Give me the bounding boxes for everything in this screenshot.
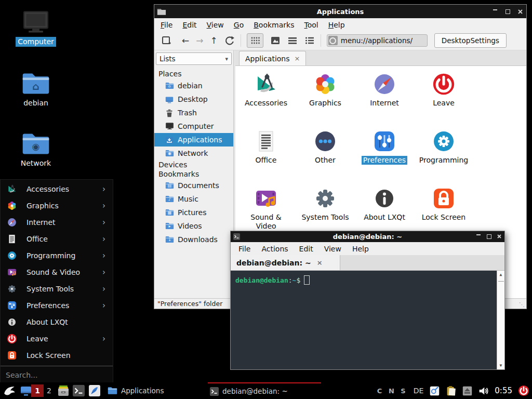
- menu-edit[interactable]: Edit: [182, 21, 196, 29]
- menu-item-office[interactable]: Office ›: [1, 231, 113, 247]
- volume-button[interactable]: [478, 385, 489, 396]
- menu-tool[interactable]: Tool: [304, 21, 318, 29]
- terminal-tab[interactable]: debian@debian: ~ ×: [231, 255, 340, 270]
- task-button-file-manager[interactable]: Applications: [105, 382, 166, 399]
- minimize-button[interactable]: [473, 234, 484, 235]
- terminal-launcher[interactable]: [73, 385, 85, 397]
- menu-item-preferences[interactable]: Preferences ›: [1, 297, 113, 314]
- screenshot-tray-button[interactable]: [429, 385, 440, 396]
- maximize-button[interactable]: [501, 9, 514, 14]
- app-item-programming[interactable]: Programming: [414, 125, 473, 182]
- menu-item-programming[interactable]: Programming ›: [1, 247, 113, 264]
- reload-button[interactable]: [224, 35, 235, 46]
- app-item-accessories[interactable]: Accessories: [236, 68, 296, 125]
- menu-item-lock-screen[interactable]: Lock Screen: [1, 347, 113, 364]
- terminal-tabbar: debian@debian: ~ ×: [231, 255, 504, 271]
- scrollbar-thumb[interactable]: [498, 281, 504, 287]
- icon-view-button[interactable]: [247, 33, 263, 48]
- menu-help[interactable]: Help: [328, 21, 345, 29]
- menu-item-accessories[interactable]: Accessories ›: [1, 181, 113, 197]
- desktop-icon-network[interactable]: ◉ Network: [11, 131, 61, 168]
- menu-view[interactable]: View: [207, 21, 224, 29]
- new-tab-button[interactable]: [158, 33, 175, 48]
- globe-glyph-icon: ◉: [11, 141, 61, 152]
- tab-close-icon[interactable]: ×: [295, 55, 300, 62]
- sidebar-item-desktop[interactable]: Desktop: [154, 92, 233, 106]
- menu-view[interactable]: View: [324, 245, 341, 253]
- featherpad-launcher[interactable]: [88, 384, 101, 397]
- sidebar-item-downloads[interactable]: ↓ Downloads: [154, 233, 233, 246]
- sidebar-item-trash[interactable]: Trash: [154, 106, 233, 119]
- menu-item-sound-video[interactable]: Sound & Video ›: [1, 264, 113, 281]
- fm-titlebar[interactable]: Applications: [154, 5, 526, 18]
- terminal-titlebar[interactable]: debian@debian: ~: [231, 231, 504, 242]
- thumbnail-view-button[interactable]: [270, 35, 281, 46]
- menu-bookmarks[interactable]: Bookmarks: [254, 21, 294, 29]
- desktop-icon-debian[interactable]: ⌂ debian: [11, 71, 61, 108]
- forward-button[interactable]: →: [196, 36, 203, 45]
- sidebar-item-computer[interactable]: Computer: [154, 119, 233, 133]
- workspace-2-button[interactable]: 2: [47, 387, 51, 395]
- tab-applications[interactable]: Applications ×: [239, 51, 306, 65]
- address-input[interactable]: [340, 36, 427, 45]
- menu-item-graphics[interactable]: Graphics ›: [1, 197, 113, 214]
- file-manager-launcher[interactable]: [57, 384, 70, 397]
- clock[interactable]: 0:55: [495, 386, 512, 395]
- menu-actions[interactable]: Actions: [261, 245, 288, 253]
- desktop-settings-button[interactable]: DesktopSettings: [434, 33, 507, 48]
- menu-item-internet[interactable]: Internet ›: [1, 214, 113, 231]
- scroll-down-icon[interactable]: ▼: [500, 363, 502, 368]
- menu-edit[interactable]: Edit: [299, 245, 313, 253]
- menu-item-system-tools[interactable]: System Tools ›: [1, 281, 113, 297]
- speaker-icon: [478, 385, 489, 396]
- clipboard-tray-button[interactable]: [446, 385, 457, 396]
- task-button-terminal[interactable]: debian@debian: ~: [208, 382, 321, 399]
- removable-media-button[interactable]: [462, 386, 472, 396]
- main-menu-button[interactable]: [3, 384, 17, 397]
- lock-screen-icon: [7, 350, 17, 361]
- sidebar-item-music[interactable]: ♪ Music: [154, 192, 233, 206]
- menu-item-about-lxqt[interactable]: About LXQt: [1, 314, 113, 330]
- minimize-button[interactable]: [489, 9, 501, 10]
- compact-view-button[interactable]: [287, 35, 298, 46]
- keyboard-layout[interactable]: DE: [414, 387, 424, 395]
- show-desktop-button[interactable]: [20, 384, 32, 397]
- menu-item-leave[interactable]: Leave ›: [1, 330, 113, 347]
- menu-help[interactable]: Help: [352, 245, 369, 253]
- tab-close-icon[interactable]: ×: [317, 259, 323, 267]
- resize-grip[interactable]: ⋱: [519, 301, 525, 308]
- menu-file[interactable]: File: [238, 245, 250, 253]
- sidebar-mode-combo[interactable]: Lists ▾: [156, 52, 232, 65]
- up-button[interactable]: ↑: [210, 36, 218, 45]
- app-item-other[interactable]: Other: [296, 125, 355, 182]
- app-item-internet[interactable]: Internet: [355, 68, 414, 125]
- keyboard-indicator[interactable]: C N S: [377, 387, 408, 395]
- sidebar-item-applications[interactable]: Applications: [154, 133, 233, 147]
- app-item-leave[interactable]: Leave: [414, 68, 473, 125]
- desktop-icon-computer[interactable]: Computer: [11, 9, 61, 47]
- app-item-graphics[interactable]: Graphics: [296, 68, 355, 125]
- terminal-scrollbar[interactable]: ▲ ▼: [497, 271, 504, 369]
- preferences-icon: [372, 129, 397, 154]
- workspace-1-button[interactable]: 1: [31, 384, 44, 397]
- address-bar[interactable]: [327, 34, 428, 47]
- power-button[interactable]: [518, 385, 529, 396]
- back-button[interactable]: ←: [182, 36, 189, 45]
- maximize-button[interactable]: [484, 234, 494, 239]
- feather-icon: [88, 384, 101, 397]
- menu-search-input[interactable]: [1, 366, 113, 384]
- menu-go[interactable]: Go: [234, 21, 244, 29]
- sidebar-item-pictures[interactable]: ▦ Pictures: [154, 206, 233, 219]
- sidebar-item-videos[interactable]: ▸ Videos: [154, 219, 233, 233]
- menu-file[interactable]: File: [161, 21, 172, 29]
- close-button[interactable]: [494, 234, 504, 238]
- sidebar-item-documents[interactable]: ▤ Documents: [154, 179, 233, 192]
- sidebar-item-network[interactable]: ◉ Network: [154, 147, 233, 160]
- app-item-office[interactable]: Office: [236, 125, 296, 182]
- close-button[interactable]: [514, 9, 526, 14]
- detailed-view-button[interactable]: [304, 35, 315, 46]
- scroll-up-icon[interactable]: ▲: [500, 272, 502, 277]
- sidebar-item-debian[interactable]: ⌂ debian: [154, 79, 233, 92]
- terminal-screen[interactable]: debian@debian:~$ ▲ ▼: [231, 271, 504, 369]
- app-item-preferences[interactable]: Preferences: [355, 125, 414, 182]
